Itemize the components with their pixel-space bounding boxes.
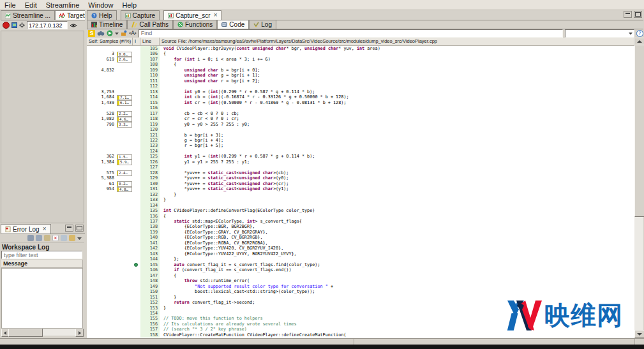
- code-line-row[interactable]: 124: [87, 149, 634, 154]
- code-line-row[interactable]: 151 }: [87, 295, 634, 300]
- code-vscrollbar[interactable]: [634, 38, 643, 338]
- code-line-row[interactable]: 3,753113 int y0 = (int)(0.299 * r + 0.58…: [87, 89, 634, 94]
- display-icon[interactable]: [11, 22, 17, 28]
- code-line-row[interactable]: 139 {EColorType::GRAY, CV_BGR2GRAY},: [87, 230, 634, 235]
- close-icon[interactable]: [43, 226, 47, 232]
- code-line-row[interactable]: 116: [87, 105, 634, 110]
- menu-help[interactable]: Help: [117, 1, 141, 9]
- tab-capture-scr[interactable]: Capture_scr: [163, 10, 221, 20]
- maximize-view-icon[interactable]: [75, 225, 84, 232]
- code-line-row[interactable]: 142 {EColorType::YUV420, CV_BGR2YUV_I420…: [87, 246, 634, 251]
- code-line-row[interactable]: 152 return convert_flag_it->second;: [87, 300, 634, 305]
- menu-window[interactable]: Window: [84, 1, 117, 9]
- code-line-row[interactable]: 108 {: [87, 62, 634, 67]
- tab-capture[interactable]: Capture: [121, 10, 160, 20]
- copy-log-icon[interactable]: [61, 235, 67, 241]
- code-line-row[interactable]: 7903.3…119 y0 = y0 > 255 ? 255 : y0;: [87, 122, 634, 127]
- samples-icon[interactable]: S: [88, 30, 95, 37]
- tab-timeline[interactable]: Timeline: [87, 20, 127, 29]
- combo-dropdown-icon[interactable]: [629, 32, 633, 35]
- code-line-row[interactable]: 137 static std::map<EColorType, int> s_c…: [87, 219, 634, 224]
- code-line-row[interactable]: 5752.4…128 *yuv++ = static_cast<unsigned…: [87, 170, 634, 175]
- log-filter-input[interactable]: [1, 251, 82, 259]
- menu-file[interactable]: File: [0, 1, 20, 9]
- code-line-row[interactable]: 136{: [87, 214, 634, 219]
- code-line-row[interactable]: 122 g = bgr[i + 4];: [87, 138, 634, 143]
- open-log-icon[interactable]: [69, 235, 75, 241]
- code-line-row[interactable]: 157// (search "* 3 / 2" key phrase): [87, 327, 634, 332]
- tab-error-log[interactable]: Error Log: [1, 224, 51, 234]
- code-line-row[interactable]: 3621.5…125 int y1 = (int)(0.299 * r + 0.…: [87, 154, 634, 159]
- tab-functions[interactable]: Functions: [173, 20, 217, 29]
- record-button[interactable]: [3, 22, 10, 29]
- tab-help[interactable]: ? Help: [87, 10, 117, 20]
- source-file-column-header[interactable]: Source File: /home/maxs/samsung/ea9/avfw…: [160, 38, 634, 46]
- line-column-header[interactable]: Line: [140, 38, 160, 46]
- tab-log[interactable]: Log: [249, 20, 276, 29]
- goto-icon[interactable]: [107, 30, 113, 36]
- find-input[interactable]: [139, 29, 563, 38]
- code-line-row[interactable]: 1,4396.1…115 int cr = (int)(0.50000 * r …: [87, 100, 634, 105]
- code-line-row[interactable]: 155// TODO: move this function to helper…: [87, 316, 634, 321]
- code-line-row[interactable]: 1,0824.6…118 cr = cr < 0 ? 0 : cr;: [87, 116, 634, 121]
- code-line-row[interactable]: 153}: [87, 306, 634, 311]
- help-button-icon[interactable]: ?: [636, 30, 643, 37]
- code-line-row[interactable]: 158CVideoPlayer::CreateMatFunction CVide…: [87, 332, 634, 338]
- code-line-row[interactable]: 150 boost::lexical_cast<std::string>(col…: [87, 289, 634, 294]
- code-line-row[interactable]: 121 b = bgr[i + 3];: [87, 133, 634, 138]
- error-log-message-list[interactable]: [1, 268, 83, 329]
- export-log-icon[interactable]: [27, 235, 34, 241]
- left-panel-hscrollbar[interactable]: [1, 329, 84, 336]
- code-line-row[interactable]: 146 if (convert_flag_it == s_convert_fla…: [87, 267, 634, 272]
- code-line-row[interactable]: 147 {: [87, 273, 634, 278]
- code-line-row[interactable]: 149 "Not supported result color type for…: [87, 284, 634, 289]
- code-line-row[interactable]: 9544.0…131 *yuv++ = static_cast<unsigned…: [87, 186, 634, 191]
- filter-combo[interactable]: [565, 29, 634, 38]
- tab-streamline-data[interactable]: Streamline ...: [1, 10, 55, 20]
- code-line-row[interactable]: 127: [87, 165, 634, 170]
- code-line-row[interactable]: 1,6847.1…114 int cb = (int)(-0.16874 * r…: [87, 94, 634, 100]
- code-line-row[interactable]: 140 {EColorType::RGB, CV_BGR2RGB},: [87, 235, 634, 240]
- code-line-row[interactable]: 133}: [87, 197, 634, 202]
- search-binoculars-icon[interactable]: [97, 30, 105, 36]
- tab-code[interactable]: Code: [217, 20, 249, 29]
- code-line-row[interactable]: 143 {EColorType::YUV422_UYVY, BGR2YUV422…: [87, 251, 634, 256]
- view-menu-icon[interactable]: [77, 237, 82, 240]
- close-icon[interactable]: [214, 12, 218, 19]
- code-line-row[interactable]: 148 throw std::runtime_error(: [87, 278, 634, 283]
- code-line-row[interactable]: 154: [87, 311, 634, 316]
- minimize-editor-icon[interactable]: [624, 11, 632, 18]
- menu-edit[interactable]: Edit: [20, 1, 41, 9]
- code-line-row[interactable]: 144 };: [87, 256, 634, 262]
- target-ip-input[interactable]: [27, 21, 68, 29]
- code-line-row[interactable]: 138 {EColorType::BGR, BGR2BGR},: [87, 224, 634, 229]
- import-log-icon[interactable]: [36, 235, 42, 241]
- tab-target[interactable]: Target: [55, 10, 89, 20]
- code-line-row[interactable]: 105void CVideoPlayer::bgr2uyvy(const uns…: [87, 46, 634, 51]
- code-line-row[interactable]: 134: [87, 203, 634, 208]
- code-line-row[interactable]: 1,3845.9…126 y1 = y1 > 255 ? 255 : y1;: [87, 160, 634, 165]
- code-line-row[interactable]: 145 auto convert_flag_it = s_convert_fla…: [87, 262, 634, 267]
- code-line-row[interactable]: 135int CVideoPlayer::defineConvertFlag(E…: [87, 208, 634, 213]
- minimize-view-icon[interactable]: [65, 225, 73, 232]
- tab-call-paths[interactable]: Call Paths: [127, 20, 173, 29]
- clear-log-icon[interactable]: [44, 235, 50, 241]
- code-line-row[interactable]: 123 r = bgr[i + 5];: [87, 143, 634, 148]
- code-line-row[interactable]: 132 }: [87, 192, 634, 197]
- code-line-row[interactable]: 141 {EColorType::RGBA, CV_BGR2RGBA},: [87, 241, 634, 246]
- highlight-icon[interactable]: [121, 30, 127, 36]
- goto-dropdown-icon[interactable]: [115, 32, 119, 35]
- code-line-row[interactable]: 610.2…130 *yuv++ = static_cast<unsigned …: [87, 181, 634, 186]
- code-line-row[interactable]: 5282.2…117 cb = cb < 0 ? 0 : cb;: [87, 111, 634, 116]
- code-line-row[interactable]: 112: [87, 84, 634, 89]
- code-line-row[interactable]: 5,388129 *yuv++ = static_cast<unsigned c…: [87, 175, 634, 181]
- maximize-editor-icon[interactable]: [634, 11, 642, 18]
- samples-column-header[interactable]: Self: Samples (#/%): [87, 38, 133, 46]
- code-line-row[interactable]: 156// Its calculations are already wrote…: [87, 322, 634, 327]
- code-line-row[interactable]: 6192.6…107 for (int i = 0; i < area * 3;…: [87, 57, 634, 62]
- code-line-row[interactable]: 30.0…106{: [87, 51, 634, 56]
- code-line-row[interactable]: 4,832109 unsigned char b = bgr[i + 0];: [87, 68, 634, 73]
- code-line-row[interactable]: 111 unsigned char r = bgr[i + 2];: [87, 78, 634, 84]
- gear-icon[interactable]: [19, 22, 25, 28]
- eye-icon[interactable]: [70, 23, 77, 28]
